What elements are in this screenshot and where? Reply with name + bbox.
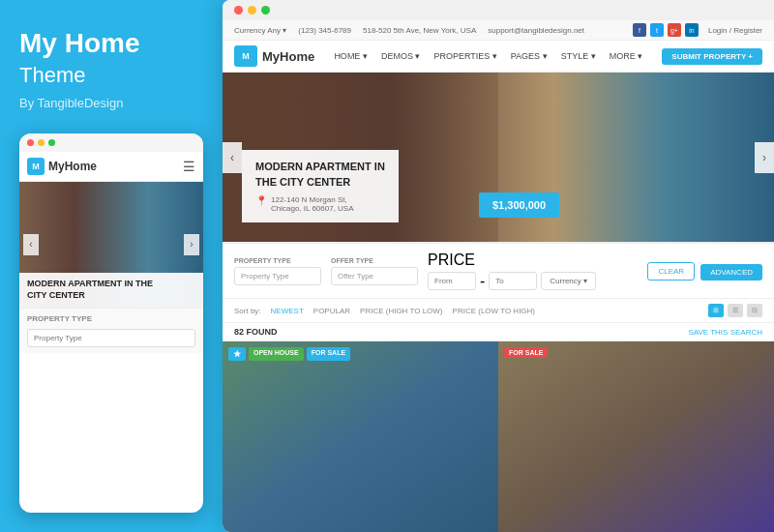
location-icon: 📍	[255, 195, 267, 206]
mobile-property-type-label: PROPERTY TYPE	[27, 314, 195, 323]
sort-newest[interactable]: NEWEST	[271, 307, 304, 315]
nav-home[interactable]: HOME ▾	[334, 51, 368, 61]
mobile-property-type-section: PROPERTY TYPE Property Type	[19, 308, 203, 353]
search-actions: CLEAR ADVANCED	[647, 262, 762, 281]
desktop-hero: ‹ MODERN APARTMENT IN THE CITY CENTER 📍 …	[223, 73, 774, 242]
listings: ★ OPEN HOUSE FOR SALE FOR SALE	[223, 341, 774, 532]
mobile-next-button[interactable]: ›	[184, 234, 199, 255]
desktop-logo-text: MyHome	[262, 49, 314, 64]
desktop-header: Currency Any ▾ (123) 345-6789 518-520 5t…	[223, 20, 774, 73]
clear-button[interactable]: CLEAR	[647, 262, 695, 281]
found-count: 82 FOUND	[234, 327, 278, 337]
sort-popular[interactable]: POPULAR	[313, 307, 350, 315]
desktop-header-top: Currency Any ▾ (123) 345-6789 518-520 5t…	[223, 20, 774, 41]
desktop-nav: M MyHome HOME ▾ DEMOS ▾ PROPERTIES ▾ PAG…	[223, 41, 774, 72]
hero-content: MODERN APARTMENT IN THE CITY CENTER 📍 12…	[242, 150, 399, 222]
mobile-nav: M MyHome ☰	[19, 152, 203, 182]
login-link[interactable]: Login / Register	[708, 26, 762, 35]
nav-properties[interactable]: PROPERTIES ▾	[433, 51, 496, 61]
listing-badges-2: FOR SALE	[504, 347, 548, 358]
theme-by: By TangibleDesign	[19, 96, 203, 110]
hamburger-icon[interactable]: ☰	[183, 159, 195, 174]
mobile-logo: M MyHome	[27, 158, 97, 175]
hero-address-line1: 122-140 N Morgan St,	[271, 195, 347, 204]
desktop-nav-links: HOME ▾ DEMOS ▾ PROPERTIES ▾ PAGES ▾ STYL…	[334, 51, 642, 61]
twitter-icon[interactable]: t	[650, 23, 664, 37]
desktop-dot-red	[234, 6, 243, 15]
currency-info: Currency Any ▾	[234, 26, 286, 35]
search-bar: PROPERTY TYPE Property Type OFFER TYPE O…	[223, 242, 774, 299]
price-from-input[interactable]	[428, 272, 476, 290]
mobile-logo-icon: M	[27, 158, 45, 175]
hero-title: MODERN APARTMENT IN THE CITY CENTER	[255, 160, 385, 190]
grid-view-icon[interactable]: ⊞	[708, 304, 724, 317]
theme-subtitle: Theme	[19, 63, 203, 88]
hero-price-button[interactable]: $1,300,000	[479, 192, 559, 218]
email-info: support@tangibledesign.net	[488, 26, 584, 35]
mobile-mockup: M MyHome ☰ ‹ › MODERN APARTMENT IN THE C…	[19, 133, 203, 513]
hero-next-button[interactable]: ›	[755, 142, 774, 173]
hero-address-text: 122-140 N Morgan St, Chicago, IL 60607, …	[271, 195, 354, 213]
for-sale-badge-1: FOR SALE	[307, 347, 350, 361]
price-to-input[interactable]	[489, 272, 537, 290]
sort-price-low[interactable]: PRICE (LOW TO HIGH)	[453, 307, 536, 315]
hero-address: 📍 122-140 N Morgan St, Chicago, IL 60607…	[255, 195, 385, 213]
price-dash: -	[480, 273, 485, 290]
nav-demos[interactable]: DEMOS ▾	[381, 51, 421, 61]
property-type-select[interactable]: Property Type	[234, 267, 321, 285]
currency-dropdown[interactable]: Currency ▾	[541, 272, 596, 290]
listing-image-2	[498, 341, 774, 532]
mobile-hero-title: MODERN APARTMENT IN THE CITY CENTER	[27, 279, 195, 301]
mobile-top-bar	[19, 133, 203, 152]
listing-card-2[interactable]: FOR SALE	[498, 341, 774, 532]
sort-price-high[interactable]: PRICE (HIGH TO LOW)	[360, 307, 443, 315]
mobile-prev-button[interactable]: ‹	[23, 234, 39, 255]
social-icons: f t g+ in Login / Register	[633, 23, 762, 37]
nav-style[interactable]: STYLE ▾	[561, 51, 596, 61]
right-panel: Currency Any ▾ (123) 345-6789 518-520 5t…	[223, 0, 774, 532]
facebook-icon[interactable]: f	[633, 23, 646, 37]
googleplus-icon[interactable]: g+	[668, 23, 681, 37]
mobile-hero-overlay: MODERN APARTMENT IN THE CITY CENTER	[19, 273, 203, 307]
save-search-link[interactable]: SAVE THIS SEARCH	[688, 328, 762, 337]
open-house-badge: OPEN HOUSE	[249, 347, 304, 361]
map-view-icon[interactable]: ⊟	[747, 304, 762, 317]
mobile-hero: ‹ › MODERN APARTMENT IN THE CITY CENTER	[19, 182, 203, 308]
listing-image-1	[223, 341, 498, 532]
offer-type-select[interactable]: Offer Type	[331, 267, 418, 285]
results-bar: Sort by: NEWEST POPULAR PRICE (HIGH TO L…	[223, 299, 774, 323]
desktop-logo: M MyHome	[234, 45, 314, 67]
property-type-label: PROPERTY TYPE	[234, 257, 321, 264]
price-inputs: - Currency ▾	[428, 272, 596, 290]
view-icons: ⊞ ☰ ⊟	[708, 304, 762, 317]
nav-pages[interactable]: PAGES ▾	[511, 51, 548, 61]
price-label: PRICE	[428, 251, 596, 269]
offer-type-label: OFFER TYPE	[331, 257, 418, 264]
left-panel: My Home Theme By TangibleDesign M MyHome…	[0, 0, 223, 532]
mobile-dot-green	[48, 139, 55, 146]
mobile-dot-yellow	[38, 139, 45, 146]
list-view-icon[interactable]: ☰	[728, 304, 743, 317]
mobile-property-type-select[interactable]: Property Type	[27, 329, 195, 347]
listing-card-1[interactable]: ★ OPEN HOUSE FOR SALE	[223, 341, 498, 532]
desktop-dot-yellow	[248, 6, 256, 15]
linkedin-icon[interactable]: in	[685, 23, 699, 37]
for-sale-badge-2: FOR SALE	[504, 347, 548, 358]
phone-info: (123) 345-6789	[298, 26, 351, 35]
mobile-dot-red	[27, 139, 34, 146]
desktop-logo-icon: M	[234, 45, 257, 67]
found-bar: 82 FOUND SAVE THIS SEARCH	[223, 323, 774, 341]
advanced-button[interactable]: ADVANCED	[700, 264, 762, 281]
listing-badges-1: ★ OPEN HOUSE FOR SALE	[228, 347, 350, 361]
property-type-field: PROPERTY TYPE Property Type	[234, 257, 321, 285]
mobile-logo-text: MyHome	[48, 160, 97, 173]
submit-property-button[interactable]: SUBMIT PROPERTY +	[662, 48, 762, 65]
star-badge-1: ★	[228, 347, 246, 361]
submit-property-label: SUBMIT PROPERTY +	[671, 52, 753, 61]
hero-price: $1,300,000	[492, 199, 546, 211]
contact-info: Currency Any ▾ (123) 345-6789 518-520 5t…	[234, 26, 584, 35]
hero-prev-button[interactable]: ‹	[223, 142, 242, 173]
nav-more[interactable]: MORE ▾	[610, 51, 643, 61]
price-field: PRICE - Currency ▾	[428, 251, 596, 290]
address-info: 518-520 5th Ave, New York, USA	[363, 26, 476, 35]
